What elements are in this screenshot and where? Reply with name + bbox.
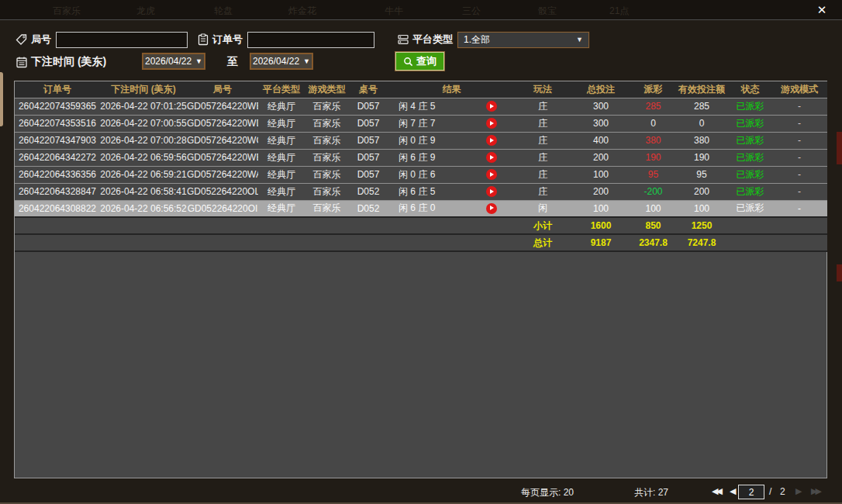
chevron-down-icon: ▼: [303, 57, 310, 65]
cell-status: 已派彩: [729, 132, 771, 149]
total-payout: 2347.8: [632, 234, 675, 251]
order-filter-group: 订单号: [197, 31, 374, 48]
cell-bet: 100: [570, 166, 632, 183]
title-bar: 百家乐龙虎轮盘炸金花牛牛三公骰宝21点 ✕: [0, 0, 842, 20]
cell-bet: 300: [570, 98, 632, 115]
cell-result: 闲 0 庄 6: [388, 166, 516, 183]
column-header-9: 派彩: [632, 81, 675, 98]
cell-hall: 经典厅: [258, 149, 305, 166]
column-header-4: 游戏类型: [305, 81, 349, 98]
cell-hall: 经典厅: [258, 115, 305, 132]
play-video-icon[interactable]: [486, 186, 497, 197]
cell-payout: 0: [632, 115, 675, 132]
cell-time: 2026-04-22 06:56:52: [100, 200, 187, 217]
background-tab: 百家乐: [53, 5, 81, 18]
column-header-12: 游戏模式: [771, 81, 827, 98]
subtotal-label: 小计: [516, 217, 570, 234]
column-header-7: 玩法: [516, 81, 570, 98]
cell-valid: 95: [675, 166, 729, 183]
cell-mode: -: [771, 149, 827, 166]
platform-selected-value: 1.全部: [464, 33, 490, 47]
cell-time: 2026-04-22 06:59:21: [100, 166, 187, 183]
page-number-input[interactable]: [738, 485, 764, 499]
last-page-icon[interactable]: ▶▶: [811, 486, 820, 496]
round-label: 局号: [31, 33, 51, 47]
date-to-picker[interactable]: 2026/04/22 ▼: [250, 53, 313, 70]
round-input[interactable]: [56, 32, 188, 48]
cell-order: 260422074359365: [15, 98, 100, 115]
cell-mode: -: [771, 200, 827, 217]
query-button[interactable]: 查询: [395, 52, 444, 71]
cell-round: GD057264220WD: [187, 115, 258, 132]
date-from-picker[interactable]: 2026/04/22 ▼: [142, 53, 205, 70]
table-row[interactable]: 2604220743593652026-04-22 07:01:25GD0572…: [15, 98, 827, 115]
first-page-icon[interactable]: ◀◀: [712, 486, 720, 496]
cell-round: GD052264220OI: [187, 200, 258, 217]
cell-result: 闲 6 庄 9: [388, 149, 516, 166]
pagination-bar: 每页显示: 20 共计: 27 ◀◀ ◀ / 2 ▶ ▶▶: [0, 482, 842, 502]
cell-bet: 300: [570, 115, 632, 132]
cell-mode: -: [771, 98, 827, 115]
cell-game: 百家乐: [305, 200, 349, 217]
cell-time: 2026-04-22 07:00:28: [100, 132, 187, 149]
play-video-icon[interactable]: [486, 203, 497, 214]
cell-hall: 经典厅: [258, 132, 305, 149]
bet-time-group: 下注时间 (美东): [16, 54, 111, 71]
play-video-icon[interactable]: [486, 169, 497, 180]
play-video-icon[interactable]: [486, 101, 497, 112]
order-input[interactable]: [247, 32, 374, 48]
result-text: 闲 7 庄 7: [399, 118, 435, 129]
subtotal-row: 小计 1600 850 1250: [15, 217, 827, 234]
cell-mode: -: [771, 115, 827, 132]
cell-round: GD057264220WA: [187, 166, 258, 183]
background-tab: 炸金花: [288, 5, 316, 18]
play-video-icon[interactable]: [486, 118, 497, 129]
cell-table: D057: [349, 98, 388, 115]
cell-valid: 200: [675, 183, 729, 200]
subtotal-payout: 850: [632, 217, 675, 234]
column-header-11: 状态: [729, 81, 771, 98]
query-button-label: 查询: [416, 54, 437, 68]
total-label: 总计: [516, 234, 570, 251]
table-row[interactable]: 2604220643363562026-04-22 06:59:21GD0572…: [15, 166, 827, 183]
result-text: 闲 0 庄 6: [399, 169, 435, 180]
cell-payout: 190: [632, 149, 675, 166]
result-text: 闲 6 庄 9: [399, 152, 435, 163]
table-row[interactable]: 2604220743479032026-04-22 07:00:28GD0572…: [15, 132, 827, 149]
date-from-value: 2026/04/22: [145, 56, 192, 67]
cell-bet: 400: [570, 132, 632, 149]
cell-payout: 380: [632, 132, 675, 149]
cell-payout: 100: [632, 200, 675, 217]
cell-play: 庄: [516, 98, 570, 115]
cell-table: D057: [349, 166, 388, 183]
table-row[interactable]: 2604220643288472026-04-22 06:58:41GD0522…: [15, 183, 827, 200]
close-icon[interactable]: ✕: [814, 2, 830, 18]
cell-play: 庄: [516, 115, 570, 132]
background-art-fragment: [837, 132, 842, 164]
table-row[interactable]: 2604220643088222026-04-22 06:56:52GD0522…: [15, 200, 827, 217]
bet-history-table: 订单号下注时间 (美东)局号平台类型游戏类型桌号结果玩法总投注派彩有效投注额状态…: [14, 81, 827, 478]
next-page-icon[interactable]: ▶: [795, 486, 802, 496]
cell-hall: 经典厅: [258, 183, 305, 200]
cell-valid: 380: [675, 132, 729, 149]
prev-page-icon[interactable]: ◀: [730, 486, 736, 496]
cell-play: 闲: [516, 200, 570, 217]
round-filter-group: 局号: [16, 31, 188, 48]
cell-order: 260422064328847: [15, 183, 100, 200]
cell-order: 260422064336356: [15, 166, 100, 183]
tag-icon: [16, 33, 28, 46]
cell-game: 百家乐: [305, 132, 349, 149]
total-valid: 7247.8: [675, 234, 729, 251]
table-row[interactable]: 2604220643422722026-04-22 06:59:56GD0572…: [15, 149, 827, 166]
cell-round: GD057264220WE: [187, 98, 258, 115]
table-row[interactable]: 2604220743535162026-04-22 07:00:55GD0572…: [15, 115, 827, 132]
play-video-icon[interactable]: [486, 152, 497, 163]
platform-select[interactable]: 1.全部 ▼: [457, 32, 589, 48]
play-video-icon[interactable]: [486, 135, 497, 146]
cell-hall: 经典厅: [258, 98, 305, 115]
page-separator: /: [769, 486, 771, 497]
background-tab: 牛牛: [385, 5, 403, 18]
cell-result: 闲 4 庄 5: [388, 98, 516, 115]
cell-time: 2026-04-22 07:01:25: [100, 98, 187, 115]
background-art-fragment: [0, 72, 3, 126]
